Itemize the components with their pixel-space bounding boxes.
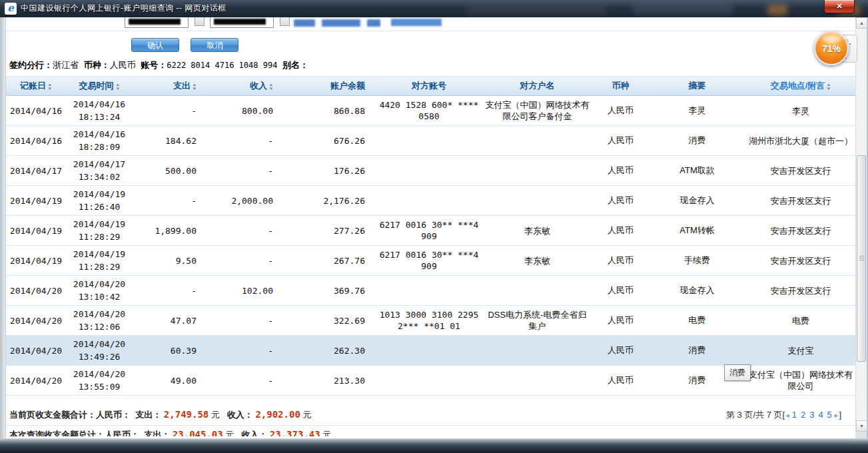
in-total-value: 2,902.00 [255,409,300,420]
column-header-label: 摘要 [689,81,706,91]
cancel-button[interactable]: 取消 [191,38,238,52]
cell-post-date: 2014/04/17 [6,156,66,186]
date-from-input[interactable] [125,17,189,28]
column-header-5: 对方账号 [376,77,482,96]
next-page-icon[interactable]: ▸ [835,411,839,419]
page-link-2[interactable]: 2 [801,410,805,420]
cell-location: 支付宝 [745,336,855,366]
column-header-7: 币种 [592,77,649,96]
column-header-label: 对方账号 [412,81,446,91]
cell-party-name [482,186,592,216]
confirm-button[interactable]: 确认 [131,38,179,52]
bracket: ] [839,410,841,420]
table-row: 2014/04/192014/04/1911:28:291,899.00-277… [6,216,855,246]
column-header-2[interactable]: 支出▲▼ [133,77,206,96]
cell-txn-time: 2014/04/1911:28:29 [66,216,133,246]
cell-out: 49.00 [133,366,206,396]
txn-time: 18:28:09 [66,141,133,153]
cell-txn-time: 2014/04/1713:34:02 [66,156,133,186]
in-label: 收入： [227,410,253,420]
calendar-picker-icon[interactable] [280,17,290,26]
cell-out: - [133,276,206,306]
scroll-up-icon[interactable]: ▲ [856,17,867,29]
cell-party-account: 1013 3000 3100 2295 2*** **01 01 [376,306,482,336]
txn-date: 2014/04/20 [66,368,133,380]
page-link-1[interactable]: 1 [792,410,797,420]
column-header-label: 账户余额 [330,81,365,91]
out-unit: 元 [211,410,220,420]
page-link-5[interactable]: 5 [827,410,832,420]
cell-location: 安吉开发区支行 [745,216,855,246]
cell-balance: 860.88 [282,96,376,126]
table-body: 2014/04/162014/04/1618:13:24-800.00860.8… [6,96,855,396]
cell-out: - [133,96,206,126]
column-header-0[interactable]: 记账日▲▼ [6,77,66,96]
page-link-4[interactable]: 4 [818,410,823,420]
in-unit: 元 [302,410,311,420]
cell-summary: 手续费 [649,246,745,276]
txn-time: 11:26:40 [66,201,133,213]
column-header-1[interactable]: 交易时间▲▼ [66,77,133,96]
out-label: 支出： [135,410,161,420]
cell-post-date: 2014/04/20 [6,276,66,306]
censored-value [214,19,266,25]
close-button[interactable]: ✕ [824,0,855,13]
cell-party-name [482,276,592,306]
cell-in: - [206,336,282,366]
cell-out: 60.39 [133,336,206,366]
page-link-3[interactable]: 3 [809,410,814,420]
quick-range-link[interactable] [322,19,360,27]
date-to-input[interactable] [210,17,274,28]
column-header-3[interactable]: 收入▲▼ [206,77,282,96]
grand-total-label: 本次查询收支金额总计： [9,430,105,436]
calendar-picker-icon[interactable] [195,17,205,26]
out-label: 支出： [144,430,170,436]
vertical-scrollbar[interactable]: ▲ ▼ [855,17,867,432]
cell-in: 800.00 [206,96,282,126]
txn-date: 2014/04/16 [66,128,133,141]
cell-party-account [376,156,482,186]
scrollbar-thumb[interactable] [857,155,866,362]
cell-party-account [376,186,482,216]
memory-accelerator-ball[interactable]: 71% [814,31,849,65]
cell-summary: 现金存入 [649,276,745,306]
txn-time: 18:13:24 [66,111,133,123]
page-summary-row: 当前页收支金额合计：人民币： 支出： 2,749.58 元 收入： 2,902.… [6,404,855,426]
table-row: 2014/04/192014/04/1911:26:40-2,000.002,1… [6,186,855,216]
more-detail-query-link[interactable] [391,19,442,26]
quick-range-link[interactable] [367,19,380,27]
page-info: 第 3 页/共 7 页 [726,410,783,420]
cell-party-name [482,156,592,186]
titlebar-glass-blur [466,5,606,16]
title-bar: e 中国建设银行个人网上银行-账户明细查询 -- 网页对话框 ✕ [0,0,868,17]
page-totals: 当前页收支金额合计：人民币： 支出： 2,749.58 元 收入： 2,902.… [9,404,311,426]
cell-party-name: DSS电力系统-电费全省归集户 [482,306,592,336]
in-label: 收入： [241,430,267,436]
txn-time: 13:49:26 [66,350,133,363]
txn-date: 2014/04/19 [66,248,133,260]
cell-currency: 人民币 [592,306,649,336]
sort-icon: ▲▼ [193,83,197,91]
cell-currency: 人民币 [592,156,649,186]
column-header-9[interactable]: 交易地点/附言▲▼ [745,77,855,96]
cell-balance: 322.69 [282,306,376,336]
cell-in: - [206,126,282,156]
cell-location: 安吉开发区支行 [745,186,855,216]
grand-in-value: 23,373.43 [270,429,320,436]
cell-party-name [482,336,592,366]
out-unit: 元 [225,430,234,436]
table-row: 2014/04/202014/04/2013:10:42-102.00369.7… [6,276,855,306]
alias-label: 别名： [282,60,308,70]
window-border-left [0,17,5,438]
table-row: 2014/04/172014/04/1713:34:02500.00-176.2… [6,156,855,186]
cell-post-date: 2014/04/20 [6,336,66,366]
cell-location: 支付宝（中国）网络技术有限公司 [745,366,855,396]
cell-out: 47.07 [133,306,206,336]
currency-label: 币种： [84,60,110,70]
prev-page-icon[interactable]: ◂ [785,411,789,419]
cell-location: 湖州市浙北大厦（超市一） [745,126,855,156]
quick-range-link[interactable] [294,19,315,27]
titlebar-glass-blur [767,5,787,15]
scroll-down-icon[interactable]: ▼ [856,420,867,432]
tooltip: 消费 [724,364,751,381]
